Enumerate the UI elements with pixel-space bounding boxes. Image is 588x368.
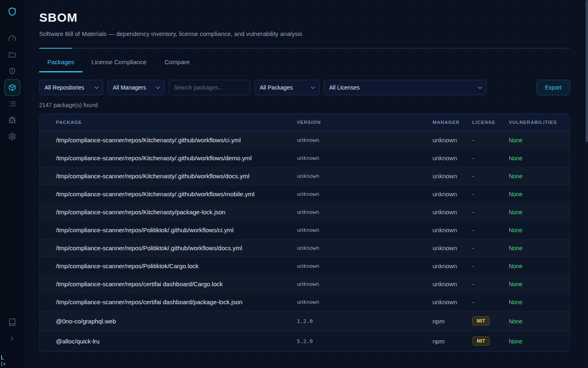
table-row[interactable]: /tmp/compliance-scanner/repos/Kitchenast… [40, 131, 570, 149]
sidebar-item-repositories[interactable] [4, 47, 20, 63]
packages-table-card: PACKAGE VERSION MANAGER LICENSE VULNERAB… [39, 113, 570, 352]
package-name-cell: /tmp/compliance-scanner/repos/Kitchenast… [40, 131, 290, 149]
column-header-manager[interactable]: MANAGER [426, 114, 466, 131]
vulnerability-status: None [509, 281, 522, 287]
package-license-cell: - [466, 275, 503, 293]
tab-license-compliance[interactable]: License Compliance [82, 53, 156, 72]
gear-icon [8, 132, 16, 141]
sidebar-item-reports[interactable] [4, 96, 20, 112]
tab-packages[interactable]: Packages [39, 53, 82, 72]
licenses-select[interactable]: All Licenses [324, 80, 487, 95]
package-name-cell: /tmp/compliance-scanner/repos/certifai d… [40, 275, 290, 293]
vulnerability-status: None [509, 227, 522, 233]
page-subtitle: Software Bill of Materials — dependency … [39, 30, 570, 37]
license-badge: MIT [472, 337, 490, 346]
packages-select[interactable]: All Packages [254, 80, 320, 95]
package-version-cell: unknown [290, 293, 426, 311]
package-version-cell: unknown [290, 257, 426, 275]
list-icon [8, 100, 16, 108]
package-version-cell: unknown [290, 167, 426, 185]
package-version-cell: unknown [290, 149, 426, 167]
packages-table: PACKAGE VERSION MANAGER LICENSE VULNERAB… [40, 114, 570, 351]
vulnerability-status: None [509, 263, 522, 269]
column-header-vulnerabilities[interactable]: VULNERABILITIES [502, 114, 570, 131]
logout-icon[interactable] [1, 361, 6, 366]
table-row[interactable]: /tmp/compliance-scanner/repos/Politiktok… [40, 221, 570, 239]
package-name-cell: /tmp/compliance-scanner/repos/certifai d… [40, 293, 290, 311]
package-version-cell: unknown [290, 131, 426, 149]
export-button[interactable]: Export [537, 80, 570, 95]
licenses-select-value: All Licenses [329, 84, 360, 91]
chevron-down-icon [311, 85, 315, 89]
managers-select-value: All Managers [113, 84, 146, 91]
column-header-license[interactable]: LICENSE [466, 114, 503, 131]
sidebar-collapse-button[interactable] [4, 330, 20, 347]
table-row[interactable]: /tmp/compliance-scanner/repos/Kitchenast… [40, 185, 570, 203]
package-vulnerabilities-cell: None [502, 311, 570, 331]
package-vulnerabilities-cell: None [502, 257, 570, 275]
sidebar-item-docs[interactable] [4, 314, 20, 330]
package-vulnerabilities-cell: None [502, 331, 570, 351]
package-vulnerabilities-cell: None [502, 167, 570, 185]
column-header-version[interactable]: VERSION [290, 114, 426, 131]
table-row[interactable]: /tmp/compliance-scanner/repos/certifai d… [40, 293, 570, 311]
table-row[interactable]: /tmp/compliance-scanner/repos/Kitchenast… [40, 149, 570, 167]
package-version-cell: unknown [290, 239, 426, 257]
package-manager-cell: unknown [426, 203, 466, 221]
license-badge: MIT [472, 316, 490, 325]
vulnerability-status: None [509, 209, 522, 215]
package-vulnerabilities-cell: None [502, 239, 570, 257]
bug-icon [8, 116, 16, 124]
vulnerability-status: None [509, 191, 522, 197]
column-header-package[interactable]: PACKAGE [40, 114, 290, 131]
package-name-cell: /tmp/compliance-scanner/repos/Politiktok… [40, 257, 290, 275]
sidebar-item-sbom[interactable] [4, 79, 20, 96]
package-manager-cell: unknown [426, 149, 466, 167]
package-manager-cell: unknown [426, 221, 466, 239]
package-license-cell: - [466, 167, 503, 185]
shield-logo-icon [7, 7, 18, 17]
table-row[interactable]: @alloc/quick-lru5.2.0npmMITNone [40, 331, 570, 351]
sidebar-item-security[interactable] [4, 63, 20, 79]
package-version-cell: unknown [290, 185, 426, 203]
results-count: 2147 package(s) found [39, 102, 570, 108]
package-version-cell: unknown [290, 203, 426, 221]
scrollbar-thumb[interactable] [586, 0, 588, 142]
table-row[interactable]: /tmp/compliance-scanner/repos/Politiktok… [40, 257, 570, 275]
tab-compare[interactable]: Compare [156, 53, 199, 72]
package-license-cell: - [466, 257, 503, 275]
package-version-cell: unknown [290, 221, 426, 239]
package-name-cell: @alloc/quick-lru [40, 331, 290, 351]
sidebar-item-vulnerabilities[interactable] [4, 112, 20, 128]
package-name-cell: /tmp/compliance-scanner/repos/Kitchenast… [40, 185, 290, 203]
search-input[interactable] [169, 80, 250, 95]
app-logo[interactable] [7, 7, 18, 17]
package-name-cell: @0no-co/graphql.web [40, 311, 290, 331]
chevron-right-icon [9, 335, 16, 342]
table-row[interactable]: /tmp/compliance-scanner/repos/Politiktok… [40, 239, 570, 257]
package-license-cell: MIT [466, 311, 503, 331]
chevron-down-icon [95, 85, 99, 89]
header-divider [39, 48, 570, 49]
package-manager-cell: unknown [426, 167, 466, 185]
page-title: SBOM [39, 11, 570, 25]
table-row[interactable]: /tmp/compliance-scanner/repos/Kitchenast… [40, 203, 570, 221]
vulnerability-status: None [509, 137, 522, 144]
package-license-cell: - [466, 203, 503, 221]
folder-icon [8, 51, 16, 59]
repositories-select[interactable]: All Repositories [39, 80, 103, 95]
header-divider-accent [39, 48, 72, 49]
sidebar-item-dashboard[interactable] [4, 30, 20, 47]
sidebar-item-settings[interactable] [4, 128, 20, 145]
table-row[interactable]: /tmp/compliance-scanner/repos/Kitchenast… [40, 167, 570, 185]
managers-select[interactable]: All Managers [107, 80, 165, 95]
vulnerability-status: None [509, 155, 522, 162]
page-scrollbar[interactable] [586, 0, 588, 368]
package-manager-cell: unknown [426, 185, 466, 203]
package-name-cell: /tmp/compliance-scanner/repos/Kitchenast… [40, 167, 290, 185]
chevron-down-icon [478, 85, 482, 89]
package-license-cell: - [466, 185, 503, 203]
table-row[interactable]: /tmp/compliance-scanner/repos/certifai d… [40, 275, 570, 293]
table-row[interactable]: @0no-co/graphql.web1.2.0npmMITNone [40, 311, 570, 331]
vulnerability-status: None [509, 318, 522, 325]
